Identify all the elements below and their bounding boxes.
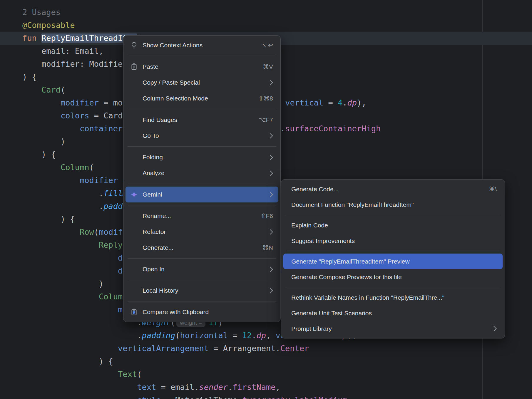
code-token: = email. bbox=[156, 383, 199, 392]
menu-separator bbox=[128, 301, 276, 301]
code-token: typography bbox=[242, 395, 290, 399]
code-token bbox=[22, 163, 61, 172]
menu-item-refactor[interactable]: Refactor bbox=[126, 224, 278, 240]
code-token: horizontal bbox=[180, 331, 228, 340]
code-token: dp bbox=[347, 98, 357, 107]
code-token bbox=[22, 383, 137, 392]
code-token: Text bbox=[118, 370, 137, 379]
icon-placeholder bbox=[130, 94, 138, 103]
submenu-arrow-icon bbox=[267, 80, 273, 85]
code-token: fun bbox=[22, 33, 41, 43]
menu-item-label: Copy / Paste Special bbox=[143, 79, 260, 86]
menu-item-generate-unit-test-scenarios[interactable]: Generate Unit Test Scenarios bbox=[283, 305, 503, 321]
menu-item-generate[interactable]: Generate...⌘N bbox=[126, 240, 278, 256]
menu-item-folding[interactable]: Folding bbox=[126, 149, 278, 165]
menu-item-find-usages[interactable]: Find Usages⌥F7 bbox=[126, 112, 278, 128]
code-token: modifier bbox=[80, 176, 118, 185]
menu-item-explain-code[interactable]: Explain Code bbox=[283, 217, 503, 233]
icon-placeholder bbox=[130, 116, 138, 124]
code-token: , bbox=[276, 383, 280, 392]
code-line[interactable]: ) { bbox=[0, 355, 532, 368]
code-token bbox=[22, 292, 99, 301]
menu-item-show-context-actions[interactable]: Show Context Actions⌥↩ bbox=[126, 37, 278, 53]
menu-item-local-history[interactable]: Local History bbox=[126, 283, 278, 299]
code-token: ) { bbox=[22, 72, 37, 81]
menu-item-column-selection-mode[interactable]: Column Selection Mode⇧⌘8 bbox=[126, 90, 278, 106]
code-token: Row bbox=[80, 227, 94, 237]
code-token: firstName bbox=[232, 383, 275, 392]
menu-item-go-to[interactable]: Go To bbox=[126, 128, 278, 144]
submenu-arrow-icon bbox=[267, 155, 273, 160]
menu-item-label: Column Selection Mode bbox=[143, 95, 250, 102]
menu-item-generate-compose-previews-for-this-file[interactable]: Generate Compose Previews for this file bbox=[283, 269, 503, 285]
code-line[interactable]: text = email.sender.firstName, bbox=[0, 381, 532, 394]
menu-item-prompt-library[interactable]: Prompt Library bbox=[283, 321, 503, 336]
code-token: = MaterialTheme. bbox=[161, 395, 242, 399]
code-token: . bbox=[290, 395, 295, 399]
submenu-arrow-icon bbox=[267, 133, 273, 138]
code-line[interactable]: verticalArrangement = Arrangement.Center bbox=[0, 342, 532, 355]
code-token: text bbox=[137, 383, 156, 392]
icon-placeholder bbox=[130, 265, 138, 273]
menu-item-rethink-variable-names-in-function-replyemailthre[interactable]: Rethink Variable Names in Function "Repl… bbox=[283, 290, 503, 305]
menu-shortcut: ⇧F6 bbox=[261, 212, 273, 219]
menu-item-label: Explain Code bbox=[291, 222, 497, 229]
menu-item-generate-code[interactable]: Generate Code...⌘\ bbox=[283, 181, 503, 197]
menu-separator bbox=[128, 280, 276, 280]
code-token: = bbox=[323, 98, 338, 107]
code-token: vertical bbox=[285, 98, 323, 107]
code-token: ) bbox=[22, 279, 103, 288]
menu-separator bbox=[128, 109, 276, 109]
menu-item-gemini[interactable]: Gemini bbox=[126, 187, 278, 202]
menu-separator bbox=[128, 258, 276, 259]
gemini-submenu: Generate Code...⌘\Document Function "Rep… bbox=[281, 179, 505, 338]
menu-item-label: Go To bbox=[143, 132, 260, 139]
menu-item-label: Prompt Library bbox=[291, 325, 483, 332]
submenu-arrow-icon bbox=[267, 192, 273, 197]
icon-placeholder bbox=[130, 153, 138, 161]
menu-item-open-in[interactable]: Open In bbox=[126, 261, 278, 277]
code-token: style bbox=[137, 395, 161, 399]
menu-item-copy-paste-special[interactable]: Copy / Paste Special bbox=[126, 75, 278, 90]
menu-item-generate-replyemailthreaditem-preview[interactable]: Generate "ReplyEmailThreadItem" Preview bbox=[283, 254, 503, 269]
code-token: Column bbox=[61, 163, 89, 172]
code-token bbox=[22, 176, 80, 185]
code-token: . bbox=[22, 189, 103, 198]
menu-item-label: Document Function "ReplyEmailThreadItem" bbox=[291, 201, 497, 208]
menu-item-suggest-improvements[interactable]: Suggest Improvements bbox=[283, 233, 503, 249]
menu-item-document-function-replyemailthreaditem[interactable]: Document Function "ReplyEmailThreadItem" bbox=[283, 197, 503, 212]
code-token: ( bbox=[89, 163, 94, 172]
icon-placeholder bbox=[130, 78, 138, 87]
code-token: ( bbox=[94, 227, 99, 237]
icon-placeholder bbox=[130, 212, 138, 220]
code-token: ( bbox=[175, 331, 180, 340]
icon-placeholder bbox=[130, 169, 138, 177]
code-line[interactable]: style = MaterialTheme.typography.labelMe… bbox=[0, 394, 532, 399]
compare-icon bbox=[130, 308, 138, 316]
code-token: . bbox=[22, 202, 103, 211]
code-token: ) { bbox=[22, 357, 113, 366]
menu-item-paste[interactable]: Paste⌘V bbox=[126, 59, 278, 75]
code-token: ) bbox=[22, 137, 65, 146]
code-token: , bbox=[266, 331, 276, 340]
code-token: 4 bbox=[338, 98, 342, 107]
menu-item-analyze[interactable]: Analyze bbox=[126, 165, 278, 181]
code-line[interactable]: @Composable bbox=[0, 19, 532, 32]
code-token: Center bbox=[280, 344, 309, 353]
code-line[interactable]: 2 Usages bbox=[0, 6, 532, 19]
menu-separator bbox=[285, 287, 501, 287]
menu-separator bbox=[285, 215, 501, 215]
menu-item-label: Generate Unit Test Scenarios bbox=[291, 310, 497, 317]
submenu-arrow-icon bbox=[267, 266, 273, 272]
icon-placeholder bbox=[130, 244, 138, 252]
menu-item-label: Refactor bbox=[143, 228, 260, 235]
icon-placeholder bbox=[130, 228, 138, 236]
code-token: ( bbox=[61, 85, 65, 94]
code-line[interactable]: Text( bbox=[0, 368, 532, 381]
menu-item-rename[interactable]: Rename...⇧F6 bbox=[126, 208, 278, 224]
menu-item-label: Paste bbox=[143, 63, 254, 70]
code-token: sender bbox=[199, 383, 228, 392]
menu-item-label: Compare with Clipboard bbox=[143, 309, 273, 316]
code-token: ( bbox=[137, 370, 142, 379]
menu-item-compare-with-clipboard[interactable]: Compare with Clipboard bbox=[126, 304, 278, 320]
